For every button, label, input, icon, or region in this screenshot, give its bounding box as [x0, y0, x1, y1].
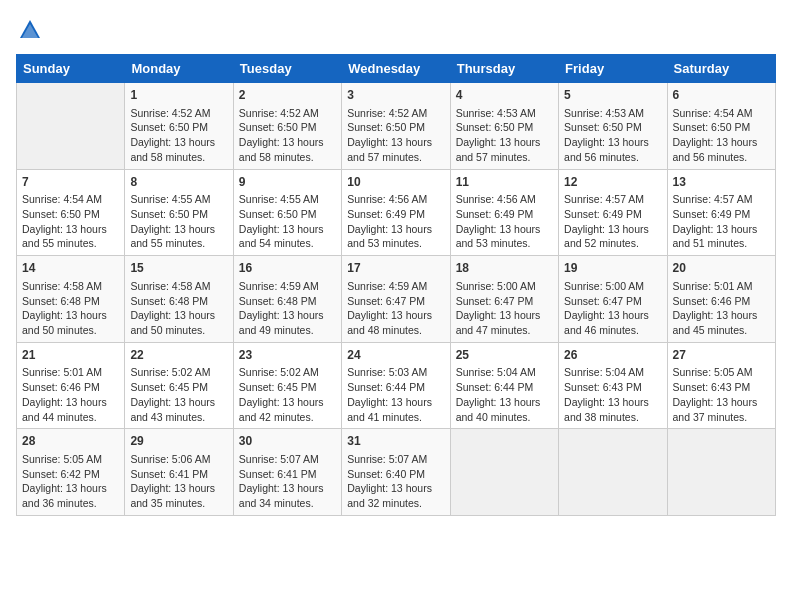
day-header-friday: Friday — [559, 55, 667, 83]
calendar-cell: 3Sunrise: 4:52 AMSunset: 6:50 PMDaylight… — [342, 83, 450, 170]
day-number: 24 — [347, 347, 444, 364]
sunrise-text: Sunrise: 5:00 AM — [564, 280, 644, 292]
sunrise-text: Sunrise: 5:00 AM — [456, 280, 536, 292]
day-number: 3 — [347, 87, 444, 104]
sunrise-text: Sunrise: 5:05 AM — [22, 453, 102, 465]
day-number: 6 — [673, 87, 770, 104]
sunrise-text: Sunrise: 4:54 AM — [22, 193, 102, 205]
calendar-cell: 20Sunrise: 5:01 AMSunset: 6:46 PMDayligh… — [667, 256, 775, 343]
day-number: 12 — [564, 174, 661, 191]
calendar-cell — [17, 83, 125, 170]
sunset-text: Sunset: 6:50 PM — [22, 208, 100, 220]
daylight-text: Daylight: 13 hours and 58 minutes. — [239, 136, 324, 163]
day-number: 2 — [239, 87, 336, 104]
daylight-text: Daylight: 13 hours and 53 minutes. — [456, 223, 541, 250]
day-number: 18 — [456, 260, 553, 277]
calendar-cell: 22Sunrise: 5:02 AMSunset: 6:45 PMDayligh… — [125, 342, 233, 429]
daylight-text: Daylight: 13 hours and 37 minutes. — [673, 396, 758, 423]
sunset-text: Sunset: 6:47 PM — [564, 295, 642, 307]
calendar-week-5: 28Sunrise: 5:05 AMSunset: 6:42 PMDayligh… — [17, 429, 776, 516]
sunset-text: Sunset: 6:50 PM — [130, 121, 208, 133]
sunset-text: Sunset: 6:47 PM — [456, 295, 534, 307]
calendar-cell: 6Sunrise: 4:54 AMSunset: 6:50 PMDaylight… — [667, 83, 775, 170]
sunrise-text: Sunrise: 5:01 AM — [673, 280, 753, 292]
calendar-cell — [667, 429, 775, 516]
sunrise-text: Sunrise: 5:02 AM — [239, 366, 319, 378]
sunset-text: Sunset: 6:45 PM — [130, 381, 208, 393]
day-number: 23 — [239, 347, 336, 364]
daylight-text: Daylight: 13 hours and 40 minutes. — [456, 396, 541, 423]
calendar-cell: 8Sunrise: 4:55 AMSunset: 6:50 PMDaylight… — [125, 169, 233, 256]
day-number: 29 — [130, 433, 227, 450]
sunset-text: Sunset: 6:50 PM — [239, 121, 317, 133]
daylight-text: Daylight: 13 hours and 46 minutes. — [564, 309, 649, 336]
sunrise-text: Sunrise: 5:04 AM — [456, 366, 536, 378]
calendar-cell: 26Sunrise: 5:04 AMSunset: 6:43 PMDayligh… — [559, 342, 667, 429]
logo — [16, 16, 48, 44]
sunrise-text: Sunrise: 5:03 AM — [347, 366, 427, 378]
day-number: 9 — [239, 174, 336, 191]
calendar-cell: 19Sunrise: 5:00 AMSunset: 6:47 PMDayligh… — [559, 256, 667, 343]
calendar-cell: 15Sunrise: 4:58 AMSunset: 6:48 PMDayligh… — [125, 256, 233, 343]
day-number: 27 — [673, 347, 770, 364]
day-header-tuesday: Tuesday — [233, 55, 341, 83]
daylight-text: Daylight: 13 hours and 54 minutes. — [239, 223, 324, 250]
sunset-text: Sunset: 6:44 PM — [456, 381, 534, 393]
daylight-text: Daylight: 13 hours and 53 minutes. — [347, 223, 432, 250]
daylight-text: Daylight: 13 hours and 42 minutes. — [239, 396, 324, 423]
calendar-cell: 27Sunrise: 5:05 AMSunset: 6:43 PMDayligh… — [667, 342, 775, 429]
sunrise-text: Sunrise: 4:52 AM — [130, 107, 210, 119]
calendar-cell: 17Sunrise: 4:59 AMSunset: 6:47 PMDayligh… — [342, 256, 450, 343]
day-number: 28 — [22, 433, 119, 450]
sunset-text: Sunset: 6:49 PM — [673, 208, 751, 220]
daylight-text: Daylight: 13 hours and 36 minutes. — [22, 482, 107, 509]
sunrise-text: Sunrise: 4:57 AM — [673, 193, 753, 205]
calendar-cell: 29Sunrise: 5:06 AMSunset: 6:41 PMDayligh… — [125, 429, 233, 516]
sunset-text: Sunset: 6:50 PM — [130, 208, 208, 220]
sunset-text: Sunset: 6:46 PM — [673, 295, 751, 307]
sunset-text: Sunset: 6:43 PM — [673, 381, 751, 393]
day-number: 20 — [673, 260, 770, 277]
sunrise-text: Sunrise: 4:52 AM — [347, 107, 427, 119]
sunrise-text: Sunrise: 5:06 AM — [130, 453, 210, 465]
calendar-cell: 23Sunrise: 5:02 AMSunset: 6:45 PMDayligh… — [233, 342, 341, 429]
calendar-cell: 24Sunrise: 5:03 AMSunset: 6:44 PMDayligh… — [342, 342, 450, 429]
calendar-cell: 28Sunrise: 5:05 AMSunset: 6:42 PMDayligh… — [17, 429, 125, 516]
sunrise-text: Sunrise: 4:59 AM — [239, 280, 319, 292]
page-header — [16, 16, 776, 44]
daylight-text: Daylight: 13 hours and 47 minutes. — [456, 309, 541, 336]
sunset-text: Sunset: 6:42 PM — [22, 468, 100, 480]
sunset-text: Sunset: 6:40 PM — [347, 468, 425, 480]
day-number: 15 — [130, 260, 227, 277]
sunrise-text: Sunrise: 4:56 AM — [347, 193, 427, 205]
sunset-text: Sunset: 6:49 PM — [564, 208, 642, 220]
daylight-text: Daylight: 13 hours and 50 minutes. — [22, 309, 107, 336]
sunrise-text: Sunrise: 4:52 AM — [239, 107, 319, 119]
sunrise-text: Sunrise: 5:07 AM — [347, 453, 427, 465]
daylight-text: Daylight: 13 hours and 41 minutes. — [347, 396, 432, 423]
daylight-text: Daylight: 13 hours and 49 minutes. — [239, 309, 324, 336]
day-number: 1 — [130, 87, 227, 104]
calendar-week-3: 14Sunrise: 4:58 AMSunset: 6:48 PMDayligh… — [17, 256, 776, 343]
sunrise-text: Sunrise: 4:58 AM — [22, 280, 102, 292]
calendar-cell: 11Sunrise: 4:56 AMSunset: 6:49 PMDayligh… — [450, 169, 558, 256]
calendar-week-2: 7Sunrise: 4:54 AMSunset: 6:50 PMDaylight… — [17, 169, 776, 256]
day-number: 19 — [564, 260, 661, 277]
daylight-text: Daylight: 13 hours and 55 minutes. — [130, 223, 215, 250]
calendar-cell — [559, 429, 667, 516]
daylight-text: Daylight: 13 hours and 32 minutes. — [347, 482, 432, 509]
calendar-cell: 30Sunrise: 5:07 AMSunset: 6:41 PMDayligh… — [233, 429, 341, 516]
calendar-table: SundayMondayTuesdayWednesdayThursdayFrid… — [16, 54, 776, 516]
day-number: 30 — [239, 433, 336, 450]
day-number: 21 — [22, 347, 119, 364]
sunset-text: Sunset: 6:43 PM — [564, 381, 642, 393]
sunset-text: Sunset: 6:48 PM — [239, 295, 317, 307]
sunrise-text: Sunrise: 5:02 AM — [130, 366, 210, 378]
day-number: 22 — [130, 347, 227, 364]
day-number: 25 — [456, 347, 553, 364]
calendar-cell: 4Sunrise: 4:53 AMSunset: 6:50 PMDaylight… — [450, 83, 558, 170]
sunset-text: Sunset: 6:48 PM — [130, 295, 208, 307]
calendar-header-row: SundayMondayTuesdayWednesdayThursdayFrid… — [17, 55, 776, 83]
day-number: 10 — [347, 174, 444, 191]
day-header-monday: Monday — [125, 55, 233, 83]
